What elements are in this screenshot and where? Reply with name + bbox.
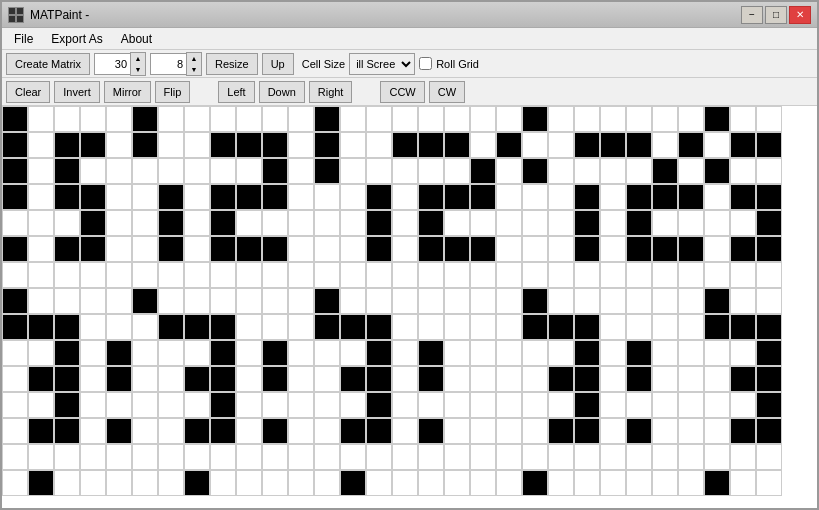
grid-cell[interactable]: [678, 366, 704, 392]
grid-cell[interactable]: [80, 184, 106, 210]
grid-cell[interactable]: [262, 392, 288, 418]
grid-cell[interactable]: [548, 236, 574, 262]
grid-cell[interactable]: [340, 236, 366, 262]
grid-cell[interactable]: [678, 418, 704, 444]
grid-cell[interactable]: [678, 444, 704, 470]
grid-cell[interactable]: [80, 210, 106, 236]
grid-cell[interactable]: [496, 470, 522, 496]
grid-cell[interactable]: [730, 444, 756, 470]
grid-cell[interactable]: [704, 340, 730, 366]
grid-cell[interactable]: [626, 444, 652, 470]
grid-cell[interactable]: [54, 262, 80, 288]
grid-cell[interactable]: [184, 444, 210, 470]
grid-cell[interactable]: [80, 158, 106, 184]
grid-cell[interactable]: [418, 262, 444, 288]
grid-cell[interactable]: [678, 132, 704, 158]
grid-cell[interactable]: [730, 236, 756, 262]
grid-cell[interactable]: [652, 444, 678, 470]
grid-cell[interactable]: [522, 158, 548, 184]
grid-cell[interactable]: [418, 106, 444, 132]
grid-cell[interactable]: [314, 340, 340, 366]
menu-file[interactable]: File: [6, 30, 41, 47]
grid-cell[interactable]: [366, 210, 392, 236]
grid-cell[interactable]: [340, 106, 366, 132]
grid-cell[interactable]: [236, 236, 262, 262]
grid-cell[interactable]: [470, 340, 496, 366]
grid-cell[interactable]: [626, 366, 652, 392]
grid-cell[interactable]: [2, 444, 28, 470]
grid-cell[interactable]: [314, 288, 340, 314]
grid-cell[interactable]: [418, 392, 444, 418]
grid-cell[interactable]: [704, 236, 730, 262]
grid-cell[interactable]: [236, 340, 262, 366]
grid-cell[interactable]: [106, 444, 132, 470]
grid-cell[interactable]: [184, 106, 210, 132]
grid-cell[interactable]: [314, 184, 340, 210]
grid-cell[interactable]: [418, 158, 444, 184]
grid-cell[interactable]: [288, 340, 314, 366]
grid-cell[interactable]: [184, 132, 210, 158]
grid-cell[interactable]: [756, 262, 782, 288]
grid-cell[interactable]: [600, 470, 626, 496]
grid-cell[interactable]: [288, 210, 314, 236]
grid-cell[interactable]: [28, 314, 54, 340]
cols-input[interactable]: [94, 53, 130, 75]
grid-cell[interactable]: [106, 366, 132, 392]
grid-cell[interactable]: [158, 470, 184, 496]
grid-cell[interactable]: [106, 106, 132, 132]
grid-cell[interactable]: [158, 444, 184, 470]
grid-cell[interactable]: [366, 392, 392, 418]
grid-cell[interactable]: [132, 262, 158, 288]
grid-cell[interactable]: [106, 288, 132, 314]
grid-cell[interactable]: [444, 236, 470, 262]
grid-cell[interactable]: [496, 392, 522, 418]
grid-cell[interactable]: [2, 418, 28, 444]
grid-cell[interactable]: [28, 184, 54, 210]
grid-cell[interactable]: [756, 366, 782, 392]
grid-cell[interactable]: [444, 288, 470, 314]
grid-cell[interactable]: [288, 444, 314, 470]
grid-cell[interactable]: [574, 392, 600, 418]
grid-cell[interactable]: [522, 314, 548, 340]
grid-cell[interactable]: [496, 158, 522, 184]
grid-cell[interactable]: [652, 132, 678, 158]
grid-cell[interactable]: [80, 470, 106, 496]
right-button[interactable]: Right: [309, 81, 353, 103]
grid-cell[interactable]: [340, 288, 366, 314]
grid-cell[interactable]: [366, 470, 392, 496]
grid-cell[interactable]: [392, 106, 418, 132]
grid-cell[interactable]: [132, 418, 158, 444]
grid-cell[interactable]: [444, 106, 470, 132]
grid-cell[interactable]: [80, 340, 106, 366]
grid-cell[interactable]: [652, 158, 678, 184]
grid-cell[interactable]: [548, 288, 574, 314]
grid-cell[interactable]: [106, 210, 132, 236]
cell-size-select[interactable]: ill Scree: [349, 53, 415, 75]
grid-cell[interactable]: [28, 340, 54, 366]
grid-cell[interactable]: [470, 470, 496, 496]
grid-cell[interactable]: [288, 288, 314, 314]
grid-cell[interactable]: [600, 132, 626, 158]
grid-cell[interactable]: [470, 288, 496, 314]
grid-cell[interactable]: [444, 314, 470, 340]
grid-cell[interactable]: [28, 210, 54, 236]
grid-cell[interactable]: [730, 314, 756, 340]
grid-cell[interactable]: [678, 236, 704, 262]
grid-cell[interactable]: [288, 158, 314, 184]
grid-cell[interactable]: [236, 262, 262, 288]
grid-cell[interactable]: [236, 366, 262, 392]
grid-cell[interactable]: [28, 158, 54, 184]
grid-cell[interactable]: [652, 340, 678, 366]
grid-cell[interactable]: [548, 470, 574, 496]
grid-cell[interactable]: [2, 132, 28, 158]
grid-cell[interactable]: [132, 288, 158, 314]
grid-cell[interactable]: [444, 366, 470, 392]
grid-cell[interactable]: [548, 392, 574, 418]
grid-cell[interactable]: [366, 366, 392, 392]
grid-cell[interactable]: [496, 366, 522, 392]
grid-cell[interactable]: [548, 106, 574, 132]
grid-cell[interactable]: [730, 340, 756, 366]
grid-cell[interactable]: [704, 158, 730, 184]
grid-cell[interactable]: [28, 262, 54, 288]
grid-cell[interactable]: [158, 158, 184, 184]
